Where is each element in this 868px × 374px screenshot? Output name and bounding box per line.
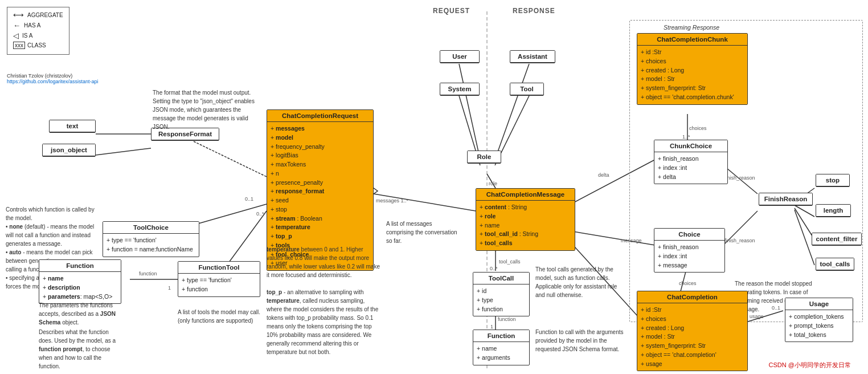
svg-text:1: 1 <box>168 285 171 291</box>
box-length: length <box>816 204 851 217</box>
box-chat-completion-chunk-body: + id :Str + choices + created : Long + m… <box>637 46 747 104</box>
note-function-tool: A list of tools the model may call. (onl… <box>178 308 269 325</box>
box-chat-completion: ChatCompletion + id :Str + choices + cre… <box>637 291 748 371</box>
box-system-title: System <box>440 83 479 95</box>
box-json-object-title: json_object <box>43 144 95 156</box>
box-chat-completion-chunk: ChatCompletionChunk + id :Str + choices … <box>637 33 748 105</box>
author-info: Christian Tzolov (christzolov) https://g… <box>7 73 99 84</box>
box-text: text <box>49 120 96 133</box>
box-tool: Tool <box>510 83 544 96</box>
svg-line-13 <box>459 64 480 160</box>
box-tool-choice-body: + type == 'function' + function = name:f… <box>103 234 199 257</box>
svg-text:0..*: 0..* <box>490 266 498 271</box>
box-tool-call-title: ToolCall <box>473 273 529 284</box>
note-function-desc: Describes what the function does. Used b… <box>39 328 124 371</box>
box-role: Role <box>467 151 501 164</box>
has-a-icon: ← <box>13 21 21 30</box>
watermark: CSDN @小明同学的开发日常 <box>769 361 851 369</box>
note-response-format: The format that the model must output. S… <box>153 88 255 131</box>
box-chat-completion-title: ChatCompletion <box>637 291 747 303</box>
box-usage-body: + completion_tokens + prompt_tokens + to… <box>785 310 853 342</box>
note-messages: A list of messages comprising the conver… <box>386 219 460 245</box>
box-function-tool-body: + type == 'function' + function <box>178 274 260 296</box>
box-user: User <box>440 50 480 63</box>
box-chat-completion-chunk-title: ChatCompletionChunk <box>637 34 747 46</box>
svg-line-20 <box>374 194 476 211</box>
box-chunk-choice-body: + finish_reason + index :int + delta <box>654 152 727 184</box>
box-role-title: Role <box>468 151 501 163</box>
legend-box: ⟷ AGGREGATE ← HAS A ◁ IS A xxx CLASS <box>7 7 69 55</box>
box-tool-call-body: + id + type + function <box>473 284 529 316</box>
svg-text:0..*: 0..* <box>256 211 264 217</box>
svg-line-2 <box>96 148 151 155</box>
box-usage: Usage + completion_tokens + prompt_token… <box>785 298 853 342</box>
svg-text:function: function <box>139 271 157 277</box>
box-tool-title: Tool <box>510 83 543 95</box>
box-content-filter-title: content_filter <box>812 233 861 245</box>
box-function2-body: + name + arguments <box>473 342 529 365</box>
svg-text:delta: delta <box>598 172 609 178</box>
box-chat-completion-message: ChatCompletionMessage + content : String… <box>476 188 575 251</box>
box-function2: Function + name + arguments <box>473 330 530 365</box>
box-choice: Choice + finish_reason + index :int + me… <box>654 228 725 273</box>
box-tool-choice-title: ToolChoice <box>103 222 199 234</box>
svg-text:function: function <box>498 316 516 322</box>
box-choice-title: Choice <box>654 229 724 241</box>
note-function-params: The parameters the functions accepts, de… <box>39 301 124 327</box>
box-chunk-choice: ChunkChoice + finish_reason + index :int… <box>654 140 728 184</box>
svg-text:messages 1..*: messages 1..* <box>376 198 409 204</box>
author-link: https://github.com/logaritex/assistant-a… <box>7 79 99 84</box>
box-text-title: text <box>50 120 95 132</box>
note-function-call: Function to call with the arguments prov… <box>535 328 624 353</box>
box-length-title: length <box>816 205 850 217</box>
svg-line-17 <box>487 174 496 188</box>
request-section-header: REQUEST <box>433 7 470 15</box>
aggregate-icon: ⟷ <box>13 11 24 19</box>
response-section-header: RESPONSE <box>513 7 555 15</box>
svg-text:role: role <box>489 181 497 186</box>
box-chat-completion-request-title: ChatCompletionRequest <box>267 110 373 122</box>
box-usage-title: Usage <box>785 298 853 310</box>
svg-text:0..1: 0..1 <box>245 196 253 202</box>
diagram-container: tool_choise 0..1 tools 0..* function 1 r… <box>0 0 868 374</box>
box-chat-completion-message-body: + content : String + role + name + tool_… <box>476 201 575 250</box>
box-finish-reason-title: FinishReason <box>759 193 812 205</box>
box-assistant: Assistant <box>510 50 555 63</box>
is-a-icon: ◁ <box>13 31 19 40</box>
box-tool-choice: ToolChoice + type == 'function' + functi… <box>103 221 199 257</box>
box-function1-title: Function <box>39 260 121 272</box>
note-temperature: temperature between 0 and 1. Higher valu… <box>267 245 380 356</box>
box-choice-body: + finish_reason + index :int + message <box>654 241 724 272</box>
box-content-filter: content_filter <box>812 233 862 246</box>
box-tool-calls-title: tool_calls <box>816 258 854 270</box>
box-function2-title: Function <box>473 330 529 342</box>
svg-line-15 <box>495 64 529 160</box>
author-name: Christian Tzolov (christzolov) <box>7 73 99 79</box>
box-function-tool: FunctionTool + type == 'function' + func… <box>178 261 260 297</box>
box-chat-completion-body: + id :Str + choices + created : Long + m… <box>637 303 747 371</box>
box-system: System <box>440 83 480 96</box>
box-tool-calls-enum: tool_calls <box>816 258 854 271</box>
box-tool-call: ToolCall + id + type + function <box>473 272 530 316</box>
box-stop: stop <box>816 174 850 187</box>
box-function1-body: + name + description + parameters: map<S… <box>39 272 121 303</box>
legend-has-a-label: HAS A <box>24 22 40 29</box>
legend-is-a-label: IS A <box>22 32 32 39</box>
svg-line-3 <box>194 141 267 177</box>
svg-text:1: 1 <box>490 324 493 330</box>
box-stop-title: stop <box>816 174 849 186</box>
streaming-response-label: Streaming Response <box>664 24 719 31</box>
box-json-object: json_object <box>42 144 96 157</box>
legend-class-label: CLASS <box>27 42 46 48</box>
box-chat-completion-message-title: ChatCompletionMessage <box>476 189 575 201</box>
box-finish-reason: FinishReason <box>759 193 813 206</box>
box-function1: Function + name + description + paramete… <box>39 259 121 304</box>
box-assistant-title: Assistant <box>510 51 555 63</box>
box-user-title: User <box>440 51 479 63</box>
note-tool-calls: The tool calls generated by the model, s… <box>535 265 618 299</box>
box-function-tool-title: FunctionTool <box>178 262 260 274</box>
legend-aggregate-label: AGGREGATE <box>27 12 63 18</box>
svg-text:tool_calls: tool_calls <box>499 259 521 265</box>
box-chunk-choice-title: ChunkChoice <box>654 140 727 152</box>
class-icon: xxx <box>13 42 25 49</box>
